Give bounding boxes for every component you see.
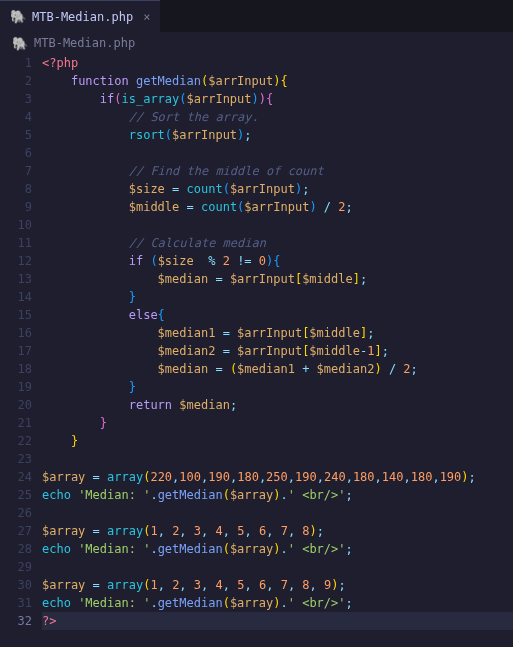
- line-number[interactable]: 1: [0, 54, 32, 72]
- line-number-gutter[interactable]: 1234567891011121314151617181920212223242…: [0, 54, 42, 647]
- close-icon[interactable]: ×: [143, 10, 150, 24]
- code-line[interactable]: $middle = count($arrInput) / 2;: [42, 198, 513, 216]
- code-line[interactable]: echo 'Median: '.getMedian($array).' <br/…: [42, 540, 513, 558]
- line-number[interactable]: 15: [0, 306, 32, 324]
- code-line[interactable]: rsort($arrInput);: [42, 126, 513, 144]
- code-line[interactable]: $median = ($median1 + $median2) / 2;: [42, 360, 513, 378]
- code-line[interactable]: [42, 144, 513, 162]
- code-line[interactable]: if(is_array($arrInput)){: [42, 90, 513, 108]
- line-number[interactable]: 17: [0, 342, 32, 360]
- line-number[interactable]: 19: [0, 378, 32, 396]
- code-line[interactable]: $median2 = $arrInput[$middle-1];: [42, 342, 513, 360]
- line-number[interactable]: 12: [0, 252, 32, 270]
- line-number[interactable]: 9: [0, 198, 32, 216]
- tab-filename: MTB-Median.php: [32, 10, 133, 24]
- line-number[interactable]: 20: [0, 396, 32, 414]
- code-line[interactable]: $array = array(220,100,190,180,250,190,2…: [42, 468, 513, 486]
- code-line[interactable]: [42, 450, 513, 468]
- line-number[interactable]: 5: [0, 126, 32, 144]
- code-line[interactable]: [42, 216, 513, 234]
- line-number[interactable]: 7: [0, 162, 32, 180]
- code-line[interactable]: if ($size % 2 != 0){: [42, 252, 513, 270]
- breadcrumb[interactable]: 🐘 MTB-Median.php: [0, 32, 513, 54]
- code-line[interactable]: }: [42, 414, 513, 432]
- line-number[interactable]: 25: [0, 486, 32, 504]
- line-number[interactable]: 28: [0, 540, 32, 558]
- code-line[interactable]: $array = array(1, 2, 3, 4, 5, 6, 7, 8);: [42, 522, 513, 540]
- code-line[interactable]: [42, 504, 513, 522]
- code-line[interactable]: }: [42, 288, 513, 306]
- tab-active[interactable]: 🐘 MTB-Median.php ×: [0, 0, 160, 32]
- code-line[interactable]: function getMedian($arrInput){: [42, 72, 513, 90]
- code-line[interactable]: // Find the middle of count: [42, 162, 513, 180]
- code-line[interactable]: <?php: [42, 54, 513, 72]
- line-number[interactable]: 16: [0, 324, 32, 342]
- code-line[interactable]: ?>: [42, 612, 513, 630]
- line-number[interactable]: 26: [0, 504, 32, 522]
- line-number[interactable]: 13: [0, 270, 32, 288]
- code-line[interactable]: return $median;: [42, 396, 513, 414]
- code-area[interactable]: <?php function getMedian($arrInput){ if(…: [42, 54, 513, 647]
- line-number[interactable]: 32: [0, 612, 32, 630]
- code-line[interactable]: }: [42, 378, 513, 396]
- line-number[interactable]: 30: [0, 576, 32, 594]
- line-number[interactable]: 24: [0, 468, 32, 486]
- line-number[interactable]: 8: [0, 180, 32, 198]
- line-number[interactable]: 29: [0, 558, 32, 576]
- line-number[interactable]: 4: [0, 108, 32, 126]
- editor: 1234567891011121314151617181920212223242…: [0, 54, 513, 647]
- php-icon: 🐘: [10, 9, 26, 24]
- code-line[interactable]: else{: [42, 306, 513, 324]
- php-icon: 🐘: [12, 36, 28, 51]
- breadcrumb-filename: MTB-Median.php: [34, 36, 135, 50]
- line-number[interactable]: 10: [0, 216, 32, 234]
- line-number[interactable]: 3: [0, 90, 32, 108]
- code-line[interactable]: // Calculate median: [42, 234, 513, 252]
- line-number[interactable]: 31: [0, 594, 32, 612]
- tab-bar: 🐘 MTB-Median.php ×: [0, 0, 513, 32]
- code-line[interactable]: }: [42, 432, 513, 450]
- line-number[interactable]: 21: [0, 414, 32, 432]
- code-line[interactable]: echo 'Median: '.getMedian($array).' <br/…: [42, 486, 513, 504]
- code-line[interactable]: $median1 = $arrInput[$middle];: [42, 324, 513, 342]
- code-line[interactable]: [42, 558, 513, 576]
- code-line[interactable]: $size = count($arrInput);: [42, 180, 513, 198]
- line-number[interactable]: 22: [0, 432, 32, 450]
- code-line[interactable]: echo 'Median: '.getMedian($array).' <br/…: [42, 594, 513, 612]
- code-line[interactable]: $median = $arrInput[$middle];: [42, 270, 513, 288]
- line-number[interactable]: 23: [0, 450, 32, 468]
- line-number[interactable]: 6: [0, 144, 32, 162]
- line-number[interactable]: 14: [0, 288, 32, 306]
- line-number[interactable]: 27: [0, 522, 32, 540]
- line-number[interactable]: 18: [0, 360, 32, 378]
- code-line[interactable]: // Sort the array.: [42, 108, 513, 126]
- line-number[interactable]: 11: [0, 234, 32, 252]
- line-number[interactable]: 2: [0, 72, 32, 90]
- code-line[interactable]: $array = array(1, 2, 3, 4, 5, 6, 7, 8, 9…: [42, 576, 513, 594]
